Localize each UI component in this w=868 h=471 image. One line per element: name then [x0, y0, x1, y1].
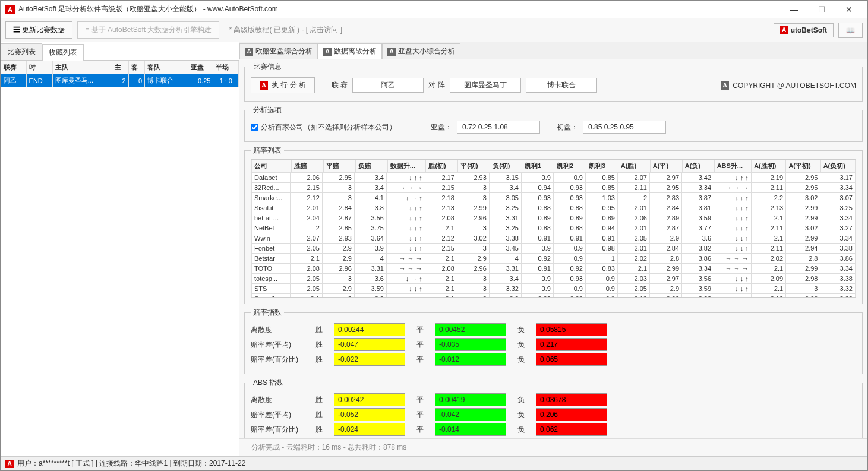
draw-value: -0.014 [435, 423, 506, 436]
odds-row[interactable]: totesp...2.0533.6↓ → ↑2.133.40.90.930.92… [252, 274, 856, 284]
odds-header[interactable]: 负赔 [355, 160, 387, 172]
draw-label: 平 [411, 355, 429, 365]
odds-header[interactable]: 平赔 [323, 160, 355, 172]
odds-row[interactable]: Wwin2.072.933.64↓ ↓ ↑2.123.023.380.910.9… [252, 233, 856, 244]
odds-header[interactable]: A(平) [650, 160, 682, 172]
match-header[interactable]: 联赛 [1, 61, 27, 74]
draw-value: -0.042 [435, 408, 506, 421]
odds-header[interactable]: 凯利3 [586, 160, 618, 172]
tab-dispersion[interactable]: A数据离散分析 [318, 43, 382, 59]
odds-header[interactable]: A(平初) [786, 160, 820, 172]
match-header[interactable]: 主队 [52, 61, 112, 74]
match-header[interactable]: 主 [112, 61, 128, 74]
odds-row[interactable]: TOTO2.082.963.31→ → →2.082.963.310.910.9… [252, 264, 856, 274]
vs-label: 对 阵 [428, 80, 444, 90]
idx-label: 赔率差(百分比) [251, 355, 304, 365]
odds-row[interactable]: Sisal.it2.012.843.8↓ ↓ ↑2.132.993.250.88… [252, 203, 856, 213]
draw-label: 平 [411, 340, 429, 350]
match-header[interactable]: 客队 [145, 61, 188, 74]
tab-euro-asia[interactable]: A欧赔亚盘综合分析 [239, 43, 318, 59]
match-header[interactable]: 客 [128, 61, 144, 74]
odds-row[interactable]: Dafabet2.062.953.4↓ ↑ ↑2.172.933.150.90.… [252, 173, 856, 183]
odds-row[interactable]: bet-at-...2.042.873.56↓ ↓ ↑2.082.963.310… [252, 213, 856, 223]
draw-value: 0.00452 [435, 323, 506, 336]
odds-header[interactable]: 凯利2 [554, 160, 586, 172]
odds-row[interactable]: NetBet22.853.75↓ ↓ ↑2.133.250.880.880.94… [252, 223, 856, 233]
odds-header[interactable]: A(胜) [618, 160, 650, 172]
lose-label: 负 [512, 395, 530, 405]
lose-value: 0.206 [536, 408, 607, 421]
options-legend: 分析选项 [251, 105, 284, 115]
win-value: -0.052 [334, 408, 405, 421]
idx-label: 离散度 [251, 395, 304, 405]
win-value: -0.047 [334, 338, 405, 351]
index-row: 赔率差(平均)胜-0.052平-0.042负0.206 [251, 408, 856, 421]
analyze-100-checkbox[interactable]: 分析百家公司（如不选择则分析样本公司） [251, 122, 396, 132]
init-input[interactable]: 0.85 0.25 0.95 [583, 121, 666, 134]
odds-scroll[interactable]: Dafabet2.062.953.4↓ ↑ ↑2.172.933.150.90.… [251, 172, 856, 297]
odds-row[interactable]: Betstar2.12.94→ → →2.12.940.920.912.022.… [252, 254, 856, 264]
odds-header[interactable]: A(胜初) [752, 160, 786, 172]
abs-index-group: ABS 指数 离散度胜0.00242平0.00419负0.03678赔率差(平均… [244, 378, 863, 438]
odds-header[interactable]: A(负初) [820, 160, 855, 172]
odds-header[interactable]: 凯利1 [522, 160, 554, 172]
minimize-button[interactable]: — [781, 1, 808, 18]
win-value: 0.00242 [334, 393, 405, 406]
refresh-button[interactable]: ☰ 更新比赛数据 [5, 21, 72, 39]
idx-label: 赔率差(平均) [251, 340, 304, 350]
draw-value: 0.00419 [435, 393, 506, 406]
status-text: 用户：a*********t [ 正式 ] | 连接线路：华中线路1 | 到期日… [17, 459, 245, 469]
tab-favorites[interactable]: 收藏列表 [42, 44, 84, 61]
odds-header[interactable]: 胜赔 [291, 160, 323, 172]
index-row: 赔率差(百分比)胜-0.024平-0.014负0.062 [251, 423, 856, 436]
lose-label: 负 [512, 340, 530, 350]
lose-value: 0.217 [536, 338, 607, 351]
left-tabs: 比赛列表 收藏列表 [1, 42, 239, 61]
maximize-button[interactable]: ☐ [808, 1, 835, 18]
options-group: 分析选项 分析百家公司（如不选择则分析样本公司） 亚盘： 0.72 0.25 1… [244, 105, 863, 142]
odds-row[interactable]: 32Red...2.1533.4→ → →2.1533.40.940.930.8… [252, 183, 856, 193]
lose-value: 0.05815 [536, 323, 607, 336]
match-row[interactable]: 阿乙END 图库曼圣马...2 0博卡联合 0.251 : 0 [1, 74, 239, 87]
lose-label: 负 [512, 355, 530, 365]
left-panel: 比赛列表 收藏列表 联赛时主队主客客队亚盘半场 阿乙END 图库曼圣马...2 … [1, 42, 239, 456]
odds-row[interactable]: Fonbet2.052.93.9↓ ↓ ↑2.1533.450.90.90.98… [252, 244, 856, 254]
odds-header[interactable]: ABS升... [714, 160, 752, 172]
run-analysis-button[interactable]: A执 行 分 析 [251, 77, 315, 93]
tab-asia-ou[interactable]: A亚盘大小综合分析 [382, 43, 460, 59]
toolbar: ☰ 更新比赛数据 ≡ 基于 AutoBetSoft 大数据分析引擎构建 * 高级… [1, 18, 867, 42]
brand-badge[interactable]: AutoBetSoft [774, 23, 834, 37]
idx-label: 离散度 [251, 325, 304, 335]
lose-value: 0.03678 [536, 393, 607, 406]
match-header[interactable]: 半场 [213, 61, 239, 74]
odds-row[interactable]: STS2.052.93.59↓ ↓ ↑2.133.320.90.90.92.05… [252, 284, 856, 294]
match-info-legend: 比赛信息 [251, 62, 284, 72]
win-label: 胜 [310, 425, 328, 435]
ahc-input[interactable]: 0.72 0.25 1.08 [457, 121, 540, 134]
odds-row[interactable]: Smarke...2.1234.1↓ → ↑2.1833.050.930.931… [252, 193, 856, 203]
win-label: 胜 [310, 355, 328, 365]
odds-header[interactable]: A(负) [682, 160, 714, 172]
tab-match-list[interactable]: 比赛列表 [1, 43, 42, 60]
odds-row[interactable]: Scandic...2.133.2→ → →2.133.20.920.930.8… [252, 294, 856, 298]
close-button[interactable]: ✕ [835, 1, 863, 18]
index-row: 赔率差(平均)胜-0.047平-0.035负0.217 [251, 338, 856, 351]
odds-header[interactable]: 负(初) [490, 160, 522, 172]
odds-index-group: 赔率指数 离散度胜0.00244平0.00452负0.05815赔率差(平均)胜… [244, 308, 863, 374]
window-title: AutoBetSoft 足球分析软件高级版（欧赔亚盘大小全能版） - www.A… [18, 4, 781, 14]
draw-label: 平 [411, 325, 429, 335]
match-header[interactable]: 时 [26, 61, 52, 74]
idx-label: 赔率差(百分比) [251, 425, 304, 435]
win-label: 胜 [310, 395, 328, 405]
index-row: 赔率差(百分比)胜-0.022平-0.012负0.065 [251, 353, 856, 366]
match-header[interactable]: 亚盘 [188, 61, 213, 74]
win-label: 胜 [310, 410, 328, 420]
odds-header[interactable]: 数据升... [387, 160, 426, 172]
draw-label: 平 [411, 410, 429, 420]
odds-header[interactable]: 平(初) [458, 160, 490, 172]
titlebar: A AutoBetSoft 足球分析软件高级版（欧赔亚盘大小全能版） - www… [1, 1, 867, 18]
odds-header[interactable]: 胜(初) [426, 160, 458, 172]
odds-header[interactable]: 公司 [252, 160, 292, 172]
tutorial-link[interactable]: * 高级版教程( 已更新 ) - [ 点击访问 ] [229, 25, 342, 35]
book-button[interactable]: 📖 [838, 23, 863, 38]
